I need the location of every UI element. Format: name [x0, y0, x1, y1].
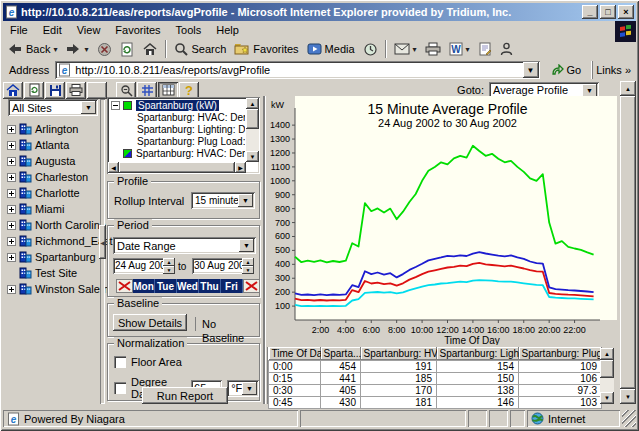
weekday-tue[interactable]: Tue: [155, 279, 177, 293]
chevron-down-icon[interactable]: ▾: [466, 45, 470, 54]
chevron-down-icon[interactable]: ▾: [84, 45, 88, 54]
go-button[interactable]: Go: [545, 61, 588, 79]
series-list-item[interactable]: Spartanburg: Lighting: Demand: [109, 123, 245, 135]
scroll-down-icon[interactable]: ▼: [600, 392, 614, 404]
scroll-thumb[interactable]: [119, 162, 235, 173]
report-toolbar-home-button[interactable]: [3, 82, 23, 99]
scroll-left-icon[interactable]: ◀: [108, 162, 119, 173]
toolbar-refresh-button[interactable]: [116, 39, 138, 59]
expand-plus-icon[interactable]: [7, 237, 16, 246]
toolbar-print-button[interactable]: [421, 39, 445, 59]
page-scrollbar[interactable]: ▲ ▼: [620, 81, 636, 404]
report-toolbar-table-button[interactable]: [158, 82, 178, 99]
chevron-down-icon[interactable]: ▾: [53, 45, 57, 54]
start-date-spinner[interactable]: 24 Aug 2002 ▲▼: [113, 258, 175, 274]
expand-plus-icon[interactable]: [7, 205, 16, 214]
menu-tools[interactable]: Tools: [169, 22, 210, 38]
chevron-down-icon[interactable]: ▼: [238, 194, 253, 207]
degree-unit-select[interactable]: °F▼: [227, 380, 259, 397]
spin-up-icon[interactable]: ▲: [163, 258, 175, 266]
toolbar-stop-button[interactable]: [93, 39, 116, 59]
scroll-thumb[interactable]: [620, 96, 636, 389]
scroll-up-icon[interactable]: ▲: [600, 348, 614, 360]
report-toolbar-hierarchy-button[interactable]: [87, 82, 107, 99]
expand-plus-icon[interactable]: [7, 157, 16, 166]
expand-plus-icon[interactable]: [7, 253, 16, 262]
expand-plus-icon[interactable]: [7, 141, 16, 150]
degree-day-checkbox[interactable]: [114, 382, 126, 394]
toolbar-messenger-button[interactable]: [496, 39, 517, 59]
series-list-item[interactable]: Spartanburg: Plug Load: Demand: [109, 135, 245, 147]
expand-plus-icon[interactable]: [7, 125, 16, 134]
toolbar-history-button[interactable]: [359, 39, 382, 59]
weekend-blocked-sun[interactable]: [116, 279, 133, 293]
sidebar-item-charlotte[interactable]: Charlotte: [3, 185, 100, 201]
toolbar-word-button[interactable]: W▾: [445, 39, 474, 59]
toolbar-search-button[interactable]: Search: [170, 39, 231, 59]
sidebar-item-north-carolina[interactable]: North Carolina: [3, 217, 100, 233]
report-toolbar-export-button[interactable]: [24, 82, 44, 99]
spin-up-icon[interactable]: ▲: [242, 258, 254, 266]
sidebar-item-richmond-east[interactable]: Richmond_East: [3, 233, 100, 249]
site-filter-select[interactable]: All Sites ▼: [8, 99, 98, 116]
sidebar-item-winston-salem[interactable]: Winston Salem: [3, 281, 100, 297]
sidebar-item-charleston[interactable]: Charleston: [3, 169, 100, 185]
column-header-4[interactable]: Spartanburg: Plug ...: [519, 347, 602, 361]
column-header-1[interactable]: Sparta...: [321, 347, 361, 361]
report-toolbar-grid-button[interactable]: [137, 82, 157, 99]
expand-plus-icon[interactable]: [7, 221, 16, 230]
links-button[interactable]: Links »: [591, 61, 636, 79]
scroll-down-icon[interactable]: ▼: [620, 389, 636, 404]
period-type-select[interactable]: Date Range ▼: [113, 237, 256, 254]
sidebar-item-augusta[interactable]: Augusta: [3, 153, 100, 169]
sidebar-item-spartanburg[interactable]: Spartanburg: [3, 249, 100, 265]
series-list-vscroll[interactable]: ▲ ▼: [246, 98, 259, 162]
title-bar[interactable]: e http://10.10.8.211/eas/reports/avgProf…: [3, 3, 636, 21]
weekday-wed[interactable]: Wed: [177, 279, 199, 293]
toolbar-home-button[interactable]: [138, 39, 162, 59]
scroll-thumb[interactable]: [246, 109, 259, 129]
address-dropdown-button[interactable]: ▼: [523, 62, 539, 78]
scroll-down-icon[interactable]: ▼: [246, 151, 259, 162]
end-date-spinner[interactable]: 30 Aug 2002 ▲▼: [192, 258, 254, 274]
weekday-fri[interactable]: Fri: [221, 279, 243, 293]
toolbar-forward-button[interactable]: ▾: [61, 39, 92, 59]
column-header-0[interactable]: Time Of Day: [269, 347, 321, 361]
chevron-down-icon[interactable]: ▼: [81, 101, 96, 114]
series-list-hscroll[interactable]: ◀ ▶: [108, 162, 246, 173]
column-header-2[interactable]: Spartanburg: HV...: [361, 347, 437, 361]
column-header-3[interactable]: Spartanburg: Ligh...: [437, 347, 519, 361]
chevron-down-icon[interactable]: ▼: [582, 84, 597, 97]
chevron-down-icon[interactable]: ▼: [242, 382, 257, 395]
run-report-button[interactable]: Run Report: [142, 387, 228, 404]
address-input[interactable]: e http://10.10.8.211/eas/reports/avgProf…: [55, 61, 539, 79]
series-list-box[interactable]: Spartanburg (kW)Spartanburg: HVAC: Deman…: [107, 97, 260, 174]
scroll-right-icon[interactable]: ▶: [235, 162, 246, 173]
chevron-down-icon[interactable]: ▼: [239, 239, 254, 252]
report-toolbar-help-button[interactable]: ?: [179, 82, 199, 99]
minimize-button[interactable]: _: [582, 5, 598, 19]
close-button[interactable]: ×: [618, 5, 634, 19]
scroll-up-icon[interactable]: ▲: [246, 98, 259, 109]
toolbar-mail-button[interactable]: ▾: [390, 39, 421, 59]
toolbar-back-button[interactable]: Back▾: [3, 39, 61, 59]
resize-grip[interactable]: [622, 410, 636, 427]
expand-plus-icon[interactable]: [7, 173, 16, 182]
toolbar-edit-button[interactable]: [474, 39, 496, 59]
rollup-interval-select[interactable]: 15 minutes ▼: [191, 192, 255, 209]
expand-plus-icon[interactable]: [7, 285, 16, 294]
weekday-thu[interactable]: Thu: [199, 279, 221, 293]
report-toolbar-save-button[interactable]: [45, 82, 65, 99]
spin-down-icon[interactable]: ▼: [242, 266, 254, 274]
scroll-up-icon[interactable]: ▲: [620, 81, 636, 96]
sidebar-item-arlington[interactable]: Arlington: [3, 121, 100, 137]
series-list-item[interactable]: Spartanburg: HVAC: Demand: [109, 111, 245, 123]
floor-area-checkbox[interactable]: [114, 356, 126, 368]
sidebar-item-miami[interactable]: Miami: [3, 201, 100, 217]
sidebar-item-atlanta[interactable]: Atlanta: [3, 137, 100, 153]
series-list-item[interactable]: Spartanburg: HVAC: Demand (kW): [109, 147, 245, 159]
weekend-blocked-sat[interactable]: [243, 279, 260, 293]
toolbar-media-button[interactable]: Media: [303, 39, 359, 59]
chevron-down-icon[interactable]: ▾: [413, 45, 417, 54]
expand-plus-icon[interactable]: [7, 189, 16, 198]
